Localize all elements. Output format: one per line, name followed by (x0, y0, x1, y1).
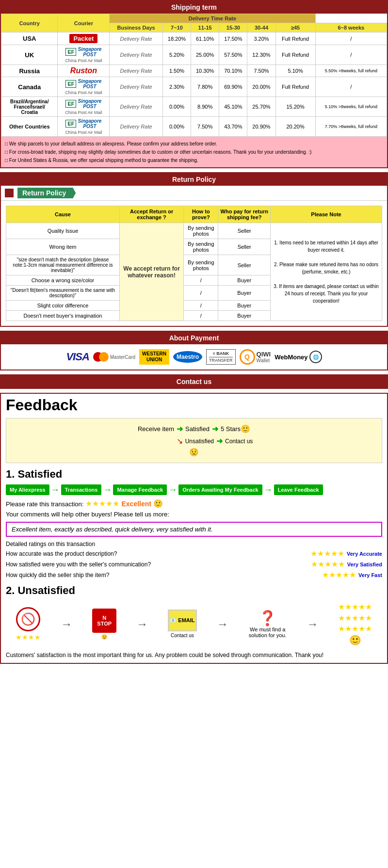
qiwi-q-icon: Q (240, 349, 255, 365)
contact-section: Contact us (0, 374, 388, 389)
unsatisfied-flow: 🚫 ★★★★ → NSTOP 😟 → 📧 EMAIL Contact (6, 602, 382, 646)
cause-header: Cause (6, 206, 120, 223)
rate-label: Please rate this transaction: (6, 500, 83, 508)
country-usa: USA (1, 32, 58, 45)
canada-30: 20.00% (247, 77, 275, 97)
usa-45: Full Refund (275, 32, 315, 45)
table-row: Quality Issue We accept return for whate… (6, 223, 382, 239)
brazil-45: 15.20% (275, 97, 315, 117)
other-30: 20.90% (247, 117, 275, 137)
step-arrow-2: → (103, 485, 112, 495)
table-row: Russia Ruston Delivery Rate 1.50% 10.30%… (1, 65, 387, 77)
courier-brazil: EF SingaporePOST China Post Air Mail (58, 97, 110, 117)
prove-wrong-size: / (184, 275, 218, 286)
prove-header: How to prove? (184, 206, 218, 223)
contact-header: Contact us (1, 375, 387, 388)
dr-usa: Delivery Rate (110, 32, 163, 45)
table-row: Canada EF SingaporePOST China Post Air M… (1, 77, 387, 97)
note-3: □ For United States & Russia, we offer s… (5, 157, 383, 164)
flow-row-unsatisfied: ↘ Unsatisfied ➜ Contact us 😟 (16, 436, 372, 457)
return-title: Return Policy (17, 188, 76, 198)
payment-section: About Payment VISA MasterCard WESTERN UN… (0, 331, 388, 370)
cause-quality: Quality Issue (6, 223, 120, 239)
cause-wrong-size: Choose a wrong size/color (6, 275, 120, 286)
satisfied-heading: 1. Satisfied (6, 468, 382, 481)
five-stars-label: 5 Stars (221, 425, 241, 433)
satisfied-steps: My Aliexpress → Transactions → Manage Fe… (6, 484, 382, 495)
pay-quality: Seller (218, 223, 271, 239)
western-union-logo: WESTERN UNION (139, 349, 169, 365)
dr-uk: Delivery Rate (110, 45, 163, 65)
cause-wrong: Wrong item (6, 239, 120, 255)
pay-color: Buyer (218, 301, 271, 311)
rate-row: Please rate this transaction: ★★★★★ Exce… (6, 499, 382, 508)
prove-color: / (184, 301, 218, 311)
feedback-section: Feedback Receive item ➜ Satisfied ➜ 5 St… (0, 393, 388, 663)
prove-size: By sending photos (184, 255, 218, 275)
email-icon: 📧 EMAIL (168, 610, 197, 631)
rating-stars-3: ★★★★★ (322, 570, 356, 579)
unsat-stars-no: ★★★★ (16, 633, 41, 641)
col6w-header: 6~8 weeks (315, 23, 387, 32)
uk-15: 57.50% (219, 45, 247, 65)
other-11: 7.50% (191, 117, 219, 137)
return-icon (5, 189, 14, 197)
rating-label-3: How quickly did the seller ship the item… (6, 572, 320, 579)
rating-row-description: How accurate was the product description… (6, 549, 382, 558)
col45-header: ≥45 (275, 23, 315, 32)
webmoney-logo: WebMoney 🌐 (275, 351, 322, 363)
uk-45: Full Refund (275, 45, 315, 65)
note-1: □ We ship parcels to your default addres… (5, 140, 383, 147)
satisfied-label: Satisfied (185, 425, 210, 433)
step-leave-feedback[interactable]: Leave Feedback (274, 484, 323, 495)
unsat-arrow-1: → (61, 617, 72, 631)
table-row: UK EF SingaporePOST China Post Air Mail … (1, 45, 387, 65)
russia-45: 5.10% (275, 65, 315, 77)
unsat-step-no: 🚫 ★★★★ (16, 607, 41, 641)
step-transactions[interactable]: Transactions (61, 484, 102, 495)
must-find-label: We must find a solution for you. (248, 627, 287, 638)
return-section-header: Return Policy (1, 173, 387, 186)
other-15: 43.70% (219, 117, 247, 137)
accept-return-cell: We accept return for whatever reason! (119, 223, 183, 321)
table-row: Brazil/Argentina/France/Israel/Croatia E… (1, 97, 387, 117)
usa-11: 61.10% (191, 32, 219, 45)
courier-other: EF SingaporePOST China Post Air Mail (58, 117, 110, 137)
dr-canada: Delivery Rate (110, 77, 163, 97)
example-comment: Excellent item, exactly as described, qu… (6, 522, 382, 537)
courier-header: Courier (58, 14, 110, 32)
feedback-flow-box: Receive item ➜ Satisfied ➜ 5 Stars 🙂 ↘ U… (6, 418, 382, 463)
step-orders-awaiting[interactable]: Orders Awaiting My Feedback (178, 484, 262, 495)
canada-7: 2.30% (162, 77, 191, 97)
mastercard-logo: MasterCard (93, 352, 135, 362)
rating-row-shipping: How quickly did the seller ship the item… (6, 570, 382, 579)
stop-label: 😟 (92, 634, 116, 640)
russia-15: 70.10% (219, 65, 247, 77)
pay-doesnt-fit: Buyer (218, 286, 271, 301)
unsatisfied-heading: 2. Unsatisfied (6, 584, 382, 597)
rating-row-communication: How satisfied were you with the seller's… (6, 560, 382, 569)
comment-prompt: Your comments will help other buyers! Pl… (6, 511, 382, 518)
step-manage-feedback[interactable]: Manage Feedback (113, 484, 167, 495)
col7-header: 7~10 (162, 23, 191, 32)
country-other: Other Countries (1, 117, 58, 137)
brazil-15: 45.10% (219, 97, 247, 117)
cause-doesnt-fit: "Doesn't fit(item's measurement is the s… (6, 286, 120, 301)
feedback-title: Feedback (6, 396, 382, 414)
unsatisfied-label: Unsatisfied (185, 438, 214, 445)
maestro-logo: Maestro (173, 351, 202, 363)
smiley-result: 🙂 (338, 634, 372, 646)
stop-icon: NSTOP (92, 609, 116, 633)
step-my-aliexpress[interactable]: My Aliexpress (6, 484, 49, 495)
return-header-bar: Return Policy (1, 186, 387, 201)
other-45: 20.20% (275, 117, 315, 137)
rate-stars: ★★★★★ (85, 499, 121, 508)
usa-15: 17.50% (219, 32, 247, 45)
note-2: □ For cross-broad trade, shipping may sl… (5, 148, 383, 156)
smiley-excellent: 🙂 (153, 499, 163, 508)
rating-label-1: How accurate was the product description… (6, 550, 308, 557)
cause-color: Slight color difference (6, 301, 120, 311)
rating-value-1: Very Accurate (347, 551, 382, 557)
canada-11: 7.80% (191, 77, 219, 97)
arrow-4: ➜ (216, 436, 223, 446)
